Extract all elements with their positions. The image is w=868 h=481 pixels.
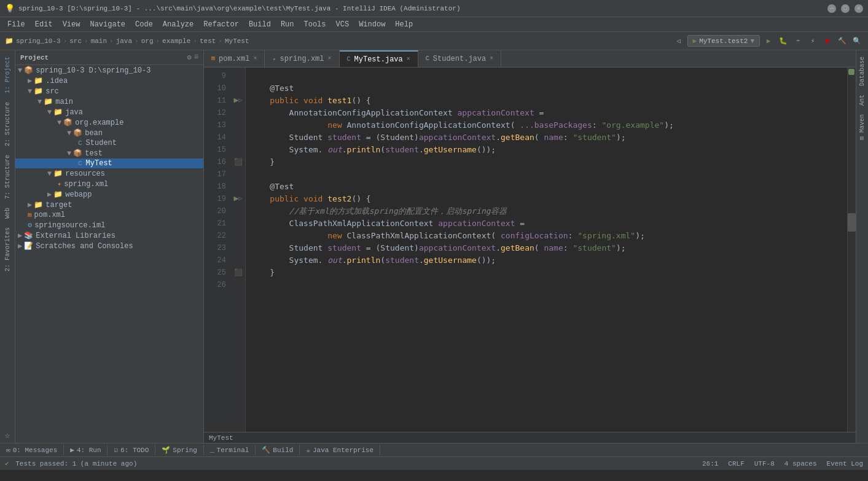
editor-area: 9 10 11 12 13 14 15 16 17 18 19 20 21 22… — [204, 68, 856, 432]
tree-student[interactable]: C Student — [15, 138, 203, 148]
breadcrumb-example[interactable]: example — [162, 37, 190, 45]
student-tab-close[interactable]: × — [490, 55, 493, 62]
mytest-tab-close[interactable]: × — [407, 56, 410, 63]
line-ending[interactable]: CRLF — [728, 460, 744, 467]
tree-extlib[interactable]: ▶ 📚 External Libraries — [15, 230, 203, 241]
minimize-button[interactable]: — — [827, 4, 836, 13]
bottom-tab-todo[interactable]: ☑ 6: TODO — [108, 445, 155, 455]
debug-button[interactable]: 🐛 — [777, 35, 789, 47]
tree-iml[interactable]: ⚙ springsource.iml — [15, 220, 203, 230]
breadcrumb-mytest[interactable]: MyTest — [225, 37, 249, 45]
code-line-21: ClassPathXmlApplicationContext appcation… — [246, 217, 847, 230]
tool-structure2[interactable]: 7: Structure — [2, 151, 13, 203]
sidebar-collapse-icon[interactable]: ≡ — [194, 53, 198, 62]
run-config-back[interactable]: ◁ — [673, 35, 685, 47]
breadcrumb-test[interactable]: test — [200, 37, 216, 45]
run-gutter-19[interactable]: ▶ — [234, 193, 239, 205]
bottom-tab-enterprise[interactable]: ☕ Java Enterprise — [300, 445, 380, 455]
java-expand-icon: ▼ — [47, 108, 52, 117]
bottom-tab-build[interactable]: 🔨 Build — [256, 445, 300, 455]
breadcrumb-org[interactable]: org — [141, 37, 154, 45]
bottom-panel: ✉ 0: Messages ▶ 4: Run ☑ 6: TODO 🌱 Sprin… — [0, 443, 868, 456]
cursor-position[interactable]: 26:1 — [702, 460, 718, 467]
menu-refactor[interactable]: Refactor — [198, 19, 244, 30]
menu-window[interactable]: Window — [354, 19, 390, 30]
event-log[interactable]: Event Log — [827, 460, 863, 467]
right-gutter[interactable] — [847, 68, 856, 432]
menu-file[interactable]: File — [2, 19, 30, 30]
tree-org-example[interactable]: ▼ 📦 org.example — [15, 117, 203, 128]
menu-analyze[interactable]: Analyze — [158, 19, 198, 30]
bottom-tab-spring[interactable]: 🌱 Spring — [155, 445, 204, 455]
bookmark-gutter-11[interactable]: ▷ — [238, 95, 242, 107]
menu-edit[interactable]: Edit — [30, 19, 58, 30]
bottom-tab-run[interactable]: ▶ 4: Run — [64, 445, 108, 455]
tool-web[interactable]: Web — [2, 204, 13, 222]
stop-button[interactable]: ■ — [821, 35, 834, 47]
breadcrumb-src[interactable]: src — [69, 37, 82, 45]
tool-database[interactable]: Database — [858, 53, 867, 90]
run-gutter-11[interactable]: ▶ — [234, 95, 239, 107]
breadcrumb-spring[interactable]: spring_10-3 — [16, 37, 61, 45]
encoding[interactable]: UTF-8 — [754, 460, 775, 467]
tab-spring-xml[interactable]: ✦ spring.xml × — [265, 50, 339, 67]
tree-res-label: resources — [65, 170, 105, 178]
tool-maven[interactable]: m Maven — [858, 111, 867, 144]
tree-spring-xml[interactable]: ✦ spring.xml — [15, 179, 203, 189]
bottom-tab-terminal[interactable]: _ Terminal — [204, 445, 256, 455]
code-line-22: new ClassPathXmlApplicationContext( conf… — [246, 230, 847, 242]
tool-star[interactable]: ☆ — [2, 428, 12, 443]
tool-structure[interactable]: 2: Structure — [2, 98, 13, 150]
org-package-icon: 📦 — [63, 118, 72, 127]
tool-project[interactable]: 1: Project — [2, 53, 13, 97]
profile-button[interactable]: ⚡ — [807, 35, 819, 47]
indent-setting[interactable]: 4 spaces — [784, 460, 817, 467]
run-button[interactable]: ▶ — [762, 35, 775, 47]
tab-student[interactable]: C Student.java × — [418, 50, 501, 67]
tab-mytest[interactable]: C MyTest.java × — [340, 50, 418, 67]
tree-java[interactable]: ▼ 📁 java — [15, 107, 203, 117]
test-expand-icon: ▼ — [67, 149, 71, 158]
tab-pom[interactable]: m pom.xml × — [204, 50, 265, 67]
code-editor[interactable]: @Test public void test1() { AnnotationCo… — [246, 68, 847, 432]
run-combo-box[interactable]: ▶ MyTest.test2 ▼ — [687, 35, 760, 47]
menu-tools[interactable]: Tools — [299, 19, 331, 30]
bookmark-gutter-16[interactable]: ⬛ — [234, 156, 243, 168]
build-button[interactable]: 🔨 — [836, 35, 848, 47]
tree-scratches[interactable]: ▶ 📝 Scratches and Consoles — [15, 241, 203, 251]
bookmark-gutter-19[interactable]: ▷ — [238, 193, 242, 205]
tree-test[interactable]: ▼ 📦 test — [15, 148, 203, 158]
menu-run[interactable]: Run — [276, 19, 299, 30]
tree-mytest[interactable]: C MyTest — [15, 158, 203, 168]
bookmark-gutter-25[interactable]: ⬛ — [234, 267, 243, 279]
menu-code[interactable]: Code — [130, 19, 158, 30]
tree-main[interactable]: ▼ 📁 main — [15, 96, 203, 107]
tree-src[interactable]: ▼ 📁 src — [15, 86, 203, 96]
tree-bean[interactable]: ▼ 📦 bean — [15, 128, 203, 138]
tree-target[interactable]: ▶ 📁 target — [15, 200, 203, 210]
menu-view[interactable]: View — [58, 19, 85, 30]
maximize-button[interactable]: □ — [841, 4, 850, 13]
search-everywhere-button[interactable]: 🔍 — [851, 35, 863, 47]
close-button[interactable]: ✕ — [854, 4, 863, 13]
pom-tab-close[interactable]: × — [253, 55, 257, 62]
sidebar-settings-icon[interactable]: ⚙ — [187, 53, 192, 62]
tree-pom[interactable]: m pom.xml — [15, 210, 203, 220]
breadcrumb-java[interactable]: java — [116, 37, 132, 45]
tool-favorites[interactable]: 2: Favorites — [2, 224, 13, 275]
coverage-button[interactable]: ☂ — [792, 35, 804, 47]
tree-webapp[interactable]: ▶ 📁 webapp — [15, 189, 203, 200]
menu-navigate[interactable]: Navigate — [85, 19, 130, 30]
menu-vcs[interactable]: VCS — [331, 19, 354, 30]
bottom-tab-messages[interactable]: ✉ 0: Messages — [0, 445, 64, 455]
menu-help[interactable]: Help — [390, 19, 418, 30]
tree-root[interactable]: ▼ 📦 spring_10-3 D:\spring_10-3 — [15, 65, 203, 76]
tree-extlib-label: External Libraries — [36, 232, 115, 240]
scroll-indicator[interactable] — [848, 213, 856, 232]
tool-ant[interactable]: Ant — [858, 91, 867, 109]
breadcrumb-main[interactable]: main — [91, 37, 107, 45]
menu-build[interactable]: Build — [244, 19, 276, 30]
spring-tab-close[interactable]: × — [328, 55, 332, 62]
tree-idea[interactable]: ▶ 📁 .idea — [15, 76, 203, 86]
tree-resources[interactable]: ▼ 📁 resources — [15, 168, 203, 179]
